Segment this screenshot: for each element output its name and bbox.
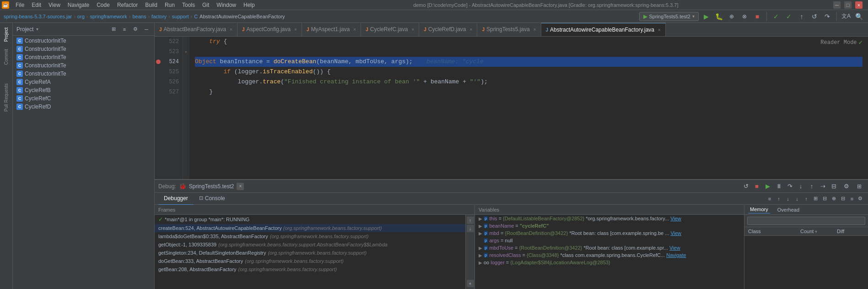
debug-restart[interactable]: ↺ (741, 181, 751, 191)
var-resolvedclass-navigate[interactable]: Navigate (666, 252, 686, 258)
frame-5[interactable]: doGetBean:333, AbstractBeanFactory (org.… (155, 257, 465, 265)
frames-list-icon[interactable]: ≡ (766, 195, 774, 203)
var-mbdtouse-view[interactable]: View (669, 245, 680, 251)
debug-settings[interactable]: ⚙ (841, 181, 852, 191)
frames-copy[interactable]: ⊞ (811, 195, 819, 203)
frames-camera[interactable]: ⊕ (830, 195, 838, 203)
breadcrumb-spring-beans[interactable]: spring-beans-5.3.7-sources.jar (4, 14, 72, 19)
tab-springtests5[interactable]: J SpringTests5.java × (477, 23, 541, 36)
debug-step-into[interactable]: ↓ (796, 181, 806, 191)
git-check2[interactable]: ✓ (783, 11, 794, 22)
menu-run[interactable]: Run (161, 0, 178, 10)
menu-file[interactable]: File (12, 0, 28, 10)
project-locate[interactable]: ⊞ (109, 25, 118, 33)
var-mbd-expand[interactable]: ▶ (479, 231, 482, 236)
memory-tab[interactable]: Memory (748, 206, 770, 213)
tree-item-5[interactable]: C CycleRefA (13, 78, 154, 86)
var-resolvedclass-expand[interactable]: ▶ (479, 253, 482, 258)
reader-mode-toggle[interactable]: Reader Mode ✓ (820, 38, 863, 46)
menu-tools[interactable]: Tools (178, 0, 199, 10)
sidebar-commit[interactable]: Commit (2, 46, 11, 67)
breadcrumb-beans[interactable]: beans (132, 14, 146, 19)
breadcrumb-factory[interactable]: factory (151, 14, 167, 19)
debug-run-to-cursor[interactable]: ⇢ (818, 181, 828, 191)
frame-3[interactable]: getObject:-1, 1309335839 (org.springfram… (155, 240, 465, 249)
tab-close-0[interactable]: × (230, 27, 232, 32)
overhead-tab[interactable]: Overhead (776, 206, 801, 213)
frame-4[interactable]: getSingleton:234, DefaultSingletonBeanRe… (155, 249, 465, 257)
tab-abstract-bean-factory[interactable]: J AbstractBeanFactory.java × (155, 23, 237, 36)
debug-button[interactable]: 🐛 (713, 11, 724, 22)
tree-item-8[interactable]: C CycleRefD (13, 103, 154, 111)
var-this-expand[interactable]: ▶ (479, 216, 482, 221)
debug-session-close[interactable]: × (237, 183, 244, 190)
debug-layout[interactable]: ⊞ (854, 181, 864, 191)
breadcrumb-class[interactable]: AbstractAutowireCapableBeanFactory (199, 14, 285, 19)
close-btn[interactable]: × (855, 1, 863, 9)
tab-console[interactable]: ⊡ Console (194, 192, 231, 205)
memory-search-input[interactable] (747, 217, 865, 225)
tab-cyclerefd[interactable]: J CycleRefD.java × (419, 23, 477, 36)
frame-1[interactable]: createBean:524, AbstractAutowireCapableB… (155, 224, 465, 232)
debug-pause[interactable]: ⏸ (774, 181, 784, 191)
tab-close-2[interactable]: × (353, 27, 356, 32)
frame-6[interactable]: getBean:208, AbstractBeanFactory (org.sp… (155, 265, 465, 273)
debug-panel-settings[interactable]: ⚙ (856, 195, 864, 203)
gutter-524[interactable] (155, 57, 162, 67)
tree-item-3[interactable]: C ConstructorInitTe (13, 61, 154, 70)
breadcrumb-support[interactable]: support (172, 14, 189, 19)
tree-item-7[interactable]: C CycleRefC (13, 94, 154, 103)
add-frame-btn[interactable]: + (467, 280, 474, 287)
sidebar-project[interactable]: Project (2, 25, 11, 44)
tree-item-4[interactable]: C ConstructorInitTe (13, 70, 154, 78)
frame-0[interactable]: ✓ *main*@1 in group *main*: RUNNING (155, 215, 465, 224)
run-button[interactable]: ▶ (701, 11, 712, 22)
var-beanname[interactable]: ▶ p beanName = "cycleRefC" (475, 222, 744, 229)
git-rollback[interactable]: ↺ (809, 11, 820, 22)
tree-item-6[interactable]: C CycleRefB (13, 86, 154, 94)
git-update[interactable]: ↑ (796, 11, 807, 22)
menu-git[interactable]: Git (199, 0, 213, 10)
var-mbdtouse[interactable]: ▶ p mbdToUse = {RootBeanDefinition@3422}… (475, 244, 744, 251)
minimize-btn[interactable]: ─ (833, 1, 841, 9)
menu-edit[interactable]: Edit (28, 0, 45, 10)
menu-help[interactable]: Help (240, 0, 259, 10)
translate-button[interactable]: 文A (841, 11, 852, 22)
tab-close-5[interactable]: × (534, 27, 536, 32)
tab-abstract-autowire[interactable]: J AbstractAutowireCapableBeanFactory.jav… (541, 23, 666, 36)
project-settings[interactable]: ⚙ (131, 25, 140, 33)
frames-table[interactable]: ⊟ (839, 195, 847, 203)
frames-filter[interactable]: ⊟ (820, 195, 829, 203)
var-logger[interactable]: ▶ oo logger = {LogAdapter$Slf4jLocationA… (475, 259, 744, 266)
fold-523[interactable]: ▸ (183, 47, 189, 57)
var-mbdtouse-expand[interactable]: ▶ (479, 245, 482, 251)
debug-session-name[interactable]: SpringTests5.test2 (189, 183, 234, 190)
sidebar-pull-requests[interactable]: Pull Requests (2, 81, 11, 115)
var-resolvedclass[interactable]: ▶ p resolvedClass = {Class@3348} *class … (475, 251, 744, 259)
tree-item-0[interactable]: C ConstructorInitTe (13, 37, 154, 45)
frame-2[interactable]: lambda$doGetBean$0:335, AbstractBeanFact… (155, 232, 465, 240)
git-check1[interactable]: ✓ (771, 11, 782, 22)
menu-code[interactable]: Code (93, 0, 113, 10)
tab-close-4[interactable]: × (470, 27, 473, 32)
col-class[interactable]: Class (748, 229, 800, 234)
breadcrumb-springframework[interactable]: springframework (90, 14, 127, 19)
run-config-dropdown[interactable]: ▶ SpringTests5.test2 ▾ (639, 12, 699, 21)
tab-debugger[interactable]: Debugger (158, 192, 194, 205)
debug-step-over[interactable]: ↷ (785, 181, 795, 191)
tree-item-1[interactable]: C ConstructorInitTe (13, 45, 154, 53)
scroll-up-btn[interactable]: ↑ (467, 217, 474, 224)
var-logger-expand[interactable]: ▶ (479, 260, 482, 265)
menu-view[interactable]: View (45, 0, 64, 10)
debug-evaluate[interactable]: ⊟ (829, 181, 839, 191)
frames-export[interactable]: ↑ (802, 195, 810, 203)
profile-button[interactable]: ⊗ (739, 11, 750, 22)
var-beanname-expand[interactable]: ▶ (479, 224, 482, 229)
tab-myaspect[interactable]: J MyAspect1.java × (302, 23, 361, 36)
var-this-view[interactable]: View (670, 216, 681, 221)
var-this[interactable]: ▶ p this = {DefaultListableBeanFactory@2… (475, 215, 744, 222)
coverage-button[interactable]: ⊕ (726, 11, 737, 22)
tree-item-2[interactable]: C ConstructorInitTe (13, 53, 154, 61)
var-mbd[interactable]: ▶ p mbd = {RootBeanDefinition@3422} *Roo… (475, 229, 744, 237)
menu-navigate[interactable]: Navigate (64, 0, 93, 10)
